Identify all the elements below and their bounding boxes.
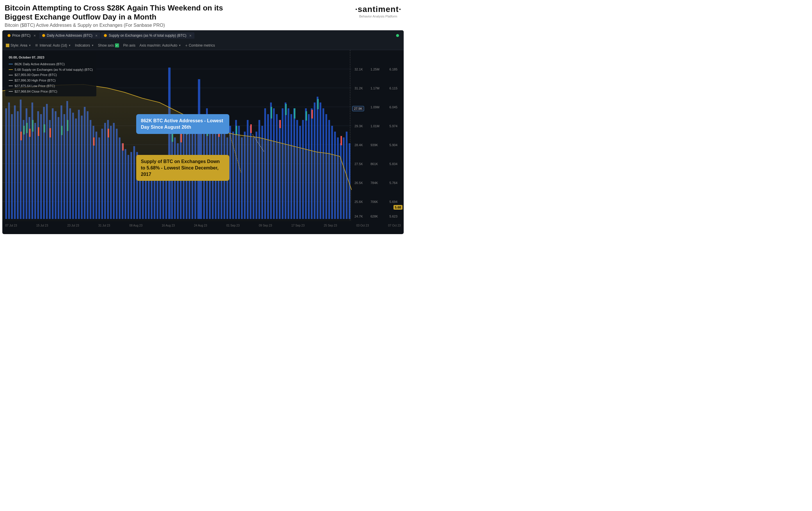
- style-label: Style: Area: [10, 44, 27, 48]
- x-label-4: 31 Jul 23: [98, 224, 110, 227]
- show-axis-label: Show axis: [98, 44, 114, 48]
- tab-dot-daily: [42, 34, 45, 37]
- show-axis-toggle[interactable]: Show axis ✓: [98, 44, 119, 48]
- svg-text:27.5K: 27.5K: [354, 162, 363, 166]
- tooltip-row-5: $27,875.64 Low Price (BTC): [9, 83, 93, 89]
- annotation-blue-text: 862K BTC Active Addresses - Lowest Day S…: [141, 118, 223, 130]
- combine-plus-icon: +: [185, 43, 187, 48]
- svg-text:25.6K: 25.6K: [354, 200, 363, 203]
- svg-rect-155: [250, 124, 252, 133]
- axis-maxmin-selector[interactable]: Axis max/min: Auto/Auto ▼: [139, 44, 181, 48]
- tooltip-dash-4: [9, 80, 13, 81]
- tab-close-price[interactable]: ✕: [33, 34, 36, 37]
- show-axis-checkbox[interactable]: ✓: [115, 44, 119, 48]
- tooltip-row-6: $27,968.84 Close Price (BTC): [9, 89, 93, 94]
- toolbar: Style: Area ▼ ⊞ Interval: Auto (1d) ▼ In…: [2, 41, 404, 50]
- tooltip-dash-2: [9, 69, 13, 70]
- price-badge: 27.9K: [352, 106, 364, 111]
- axis-maxmin-label: Axis max/min: Auto/Auto: [139, 44, 177, 48]
- svg-text:32.1K: 32.1K: [354, 67, 363, 71]
- x-label-8: 01 Sep 23: [226, 224, 240, 227]
- svg-text:31.2K: 31.2K: [354, 86, 363, 90]
- svg-text:5.623: 5.623: [389, 215, 398, 218]
- tab-price[interactable]: Price (BTC) ✕: [5, 32, 39, 39]
- chart-main: 32.1K 31.2K 30.2K 29.3K 28.4K 27.5K 26.5…: [2, 50, 404, 221]
- svg-text:5.834: 5.834: [389, 162, 398, 166]
- tab-price-label: Price (BTC): [12, 33, 31, 37]
- svg-text:939K: 939K: [371, 143, 378, 147]
- tooltip-box: 05:00, October 07, 2023 862K Daily Activ…: [5, 52, 96, 96]
- annotation-gold-text: Supply of BTC on Exchanges Down to 5.68%…: [141, 159, 220, 176]
- interval-label: Interval: Auto (1d): [39, 44, 67, 48]
- x-label-5: 08 Aug 23: [129, 224, 142, 227]
- tab-dot-price: [7, 34, 10, 37]
- interval-icon: ⊞: [35, 44, 38, 47]
- x-label-6: 16 Aug 23: [162, 224, 175, 227]
- svg-text:26.5K: 26.5K: [354, 181, 363, 184]
- svg-text:706K: 706K: [371, 200, 378, 203]
- svg-rect-156: [280, 120, 281, 128]
- x-axis: 07 Jul 23 15 Jul 23 23 Jul 23 31 Jul 23 …: [2, 221, 404, 229]
- pin-axis-label: Pin axis: [123, 44, 135, 48]
- svg-rect-142: [306, 111, 307, 120]
- svg-text:5.764: 5.764: [389, 181, 398, 184]
- x-label-7: 24 Aug 23: [194, 224, 207, 227]
- indicators-selector[interactable]: Indicators ▼: [75, 44, 94, 48]
- live-indicator: [396, 34, 399, 37]
- tab-daily-label: Daily Active Addresses (BTC): [47, 33, 92, 37]
- axis-maxmin-caret: ▼: [178, 44, 181, 47]
- annotation-blue: 862K BTC Active Addresses - Lowest Day S…: [136, 114, 229, 134]
- x-label-9: 09 Sep 23: [259, 224, 272, 227]
- tooltip-dash-5: [9, 86, 13, 86]
- main-title: Bitcoin Attempting to Cross $28K Again T…: [5, 3, 243, 22]
- svg-text:6.045: 6.045: [389, 105, 398, 109]
- svg-text:5.974: 5.974: [389, 124, 398, 128]
- x-label-13: 07 Oct 23: [388, 224, 401, 227]
- svg-text:861K: 861K: [371, 162, 378, 166]
- annotation-gold: Supply of BTC on Exchanges Down to 5.68%…: [136, 155, 229, 181]
- combine-metrics-btn[interactable]: + Combine metrics: [185, 43, 215, 48]
- x-label-2: 15 Jul 23: [36, 224, 48, 227]
- tooltip-dash-1: [9, 64, 13, 64]
- tab-daily-active[interactable]: Daily Active Addresses (BTC) ✕: [39, 32, 101, 39]
- svg-rect-158: [341, 136, 342, 145]
- svg-text:5.694: 5.694: [389, 200, 398, 203]
- svg-text:6.185: 6.185: [389, 67, 398, 71]
- svg-rect-138: [236, 126, 237, 135]
- tooltip-dash-3: [9, 75, 13, 76]
- interval-selector[interactable]: ⊞ Interval: Auto (1d) ▼: [35, 44, 71, 48]
- svg-text:784K: 784K: [371, 181, 378, 184]
- x-label-11: 25 Sep 23: [324, 224, 337, 227]
- x-label-1: 07 Jul 23: [5, 224, 17, 227]
- header: Bitcoin Attempting to Cross $28K Again T…: [0, 0, 406, 30]
- santiment-logo: ·santiment· Behavior Analysis Platform: [355, 5, 401, 18]
- tab-supply[interactable]: Supply on Exchanges (as % of total suppl…: [101, 32, 195, 39]
- svg-rect-157: [311, 110, 313, 118]
- santiment-tagline: Behavior Analysis Platform: [359, 15, 397, 18]
- indicators-caret: ▼: [91, 44, 94, 47]
- interval-caret: ▼: [68, 44, 71, 47]
- svg-rect-139: [271, 107, 272, 118]
- svg-rect-141: [294, 108, 295, 118]
- tab-close-supply[interactable]: ✕: [189, 34, 192, 37]
- tooltip-row-2: 5.68 Supply on Exchanges (as % of total …: [9, 67, 93, 73]
- tab-close-daily[interactable]: ✕: [95, 34, 97, 37]
- pin-axis-btn[interactable]: Pin axis: [123, 44, 135, 48]
- svg-rect-143: [317, 99, 319, 109]
- svg-text:5.904: 5.904: [389, 143, 398, 147]
- supply-badge: 5.68: [394, 205, 403, 210]
- svg-text:28.4K: 28.4K: [354, 143, 363, 147]
- style-color-swatch: [6, 44, 9, 47]
- chart-container: Price (BTC) ✕ Daily Active Addresses (BT…: [2, 30, 404, 234]
- tabs-bar: Price (BTC) ✕ Daily Active Addresses (BT…: [2, 30, 404, 41]
- style-selector[interactable]: Style: Area ▼: [6, 44, 31, 48]
- svg-text:29.3K: 29.3K: [354, 124, 363, 128]
- tooltip-date: 05:00, October 07, 2023: [9, 55, 93, 60]
- style-caret: ▼: [29, 44, 31, 47]
- sub-title: Bitcoin ($BTC) Active Addresses & Supply…: [5, 23, 349, 28]
- tooltip-row-3: $27,955.00 Open Price (BTC): [9, 72, 93, 78]
- tooltip-dash-6: [9, 91, 13, 92]
- svg-text:24.7K: 24.7K: [354, 215, 363, 218]
- x-label-12: 03 Oct 23: [356, 224, 369, 227]
- svg-text:1.01M: 1.01M: [371, 124, 379, 128]
